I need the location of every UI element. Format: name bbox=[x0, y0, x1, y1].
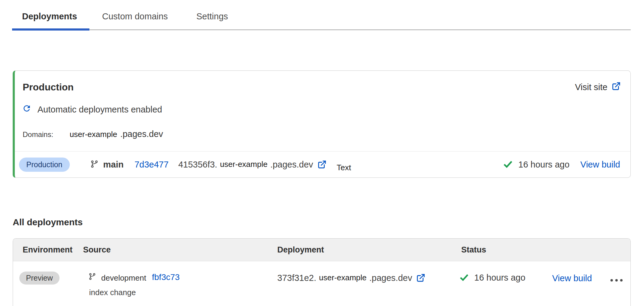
refresh-icon bbox=[22, 104, 31, 115]
all-deployments-title: All deployments bbox=[13, 217, 83, 227]
deployment-url-prefix: 373f31e2. bbox=[277, 273, 316, 283]
visit-site-label: Visit site bbox=[575, 82, 607, 92]
view-build-link[interactable]: View build bbox=[552, 273, 592, 283]
tab-settings[interactable]: Settings bbox=[196, 11, 228, 21]
success-check-icon bbox=[459, 273, 469, 282]
auto-deployments-text: Automatic deployments enabled bbox=[37, 105, 162, 115]
external-link-icon bbox=[612, 82, 621, 93]
auto-deployments-status: Automatic deployments enabled bbox=[22, 104, 162, 115]
row-status: 16 hours ago bbox=[459, 273, 525, 283]
domains-row: Domains: user-example .pages.dev bbox=[23, 129, 163, 139]
table-header: Environment Source Deployment Status bbox=[13, 239, 630, 261]
production-title: Production bbox=[23, 82, 74, 93]
deployment-url-suffix: .pages.dev bbox=[270, 160, 313, 169]
external-link-icon[interactable] bbox=[416, 273, 425, 284]
commit-link[interactable]: 7d3e477 bbox=[134, 160, 169, 170]
deployment-table-row: Preview development fbf3c73 index change… bbox=[13, 261, 630, 303]
production-deployment-row: Production main 7d3e477 415356f3.user-ex… bbox=[19, 151, 620, 177]
deployment-url[interactable]: 415356f3.user-example.pages.dev bbox=[178, 160, 313, 170]
deploy-time: 16 hours ago bbox=[518, 160, 569, 170]
environment-badge-production: Production bbox=[19, 158, 70, 172]
column-header-status: Status bbox=[461, 245, 486, 255]
domain-name: user-example bbox=[69, 130, 117, 139]
tab-bar-divider bbox=[12, 29, 631, 30]
commit-message: index change bbox=[89, 288, 136, 297]
success-check-icon bbox=[503, 160, 513, 169]
deployments-table: Environment Source Deployment Status Pre… bbox=[13, 238, 631, 306]
row-menu-ellipsis-icon[interactable] bbox=[610, 278, 623, 283]
column-header-source: Source bbox=[83, 245, 111, 255]
visit-site-link[interactable]: Visit site bbox=[575, 82, 621, 93]
tab-custom-domains[interactable]: Custom domains bbox=[102, 11, 168, 21]
production-card: Production Visit site Automatic deploym bbox=[13, 70, 631, 178]
deployment-url-suffix: .pages.dev bbox=[369, 273, 412, 283]
deployment-url-prefix: 415356f3. bbox=[178, 160, 217, 169]
deployment-url-name: user-example bbox=[319, 273, 367, 282]
view-build-link[interactable]: View build bbox=[580, 160, 620, 170]
production-status: 16 hours ago View build bbox=[503, 160, 620, 170]
environment-badge-preview: Preview bbox=[19, 272, 60, 285]
production-card-header: Production Visit site bbox=[23, 82, 621, 93]
external-link-icon[interactable] bbox=[317, 160, 327, 170]
commit-link[interactable]: fbf3c73 bbox=[152, 272, 180, 282]
deployment-url-name: user-example bbox=[220, 160, 268, 169]
git-branch-icon bbox=[89, 272, 96, 282]
tab-deployments[interactable]: Deployments bbox=[22, 11, 77, 21]
column-header-deployment: Deployment bbox=[277, 245, 324, 255]
domain-suffix: .pages.dev bbox=[120, 129, 163, 139]
pages-project-screen: Deployments Custom domains Settings Prod… bbox=[0, 0, 644, 306]
note-text: Text bbox=[337, 163, 351, 172]
branch-name: main bbox=[103, 160, 124, 170]
active-tab-indicator bbox=[12, 28, 89, 31]
branch-name: development bbox=[101, 273, 146, 283]
deploy-time: 16 hours ago bbox=[474, 273, 525, 283]
git-branch-icon bbox=[90, 159, 98, 170]
deployment-url[interactable]: 373f31e2.user-example.pages.dev bbox=[277, 273, 425, 283]
column-header-environment: Environment bbox=[23, 245, 72, 255]
domains-label: Domains: bbox=[23, 130, 53, 139]
